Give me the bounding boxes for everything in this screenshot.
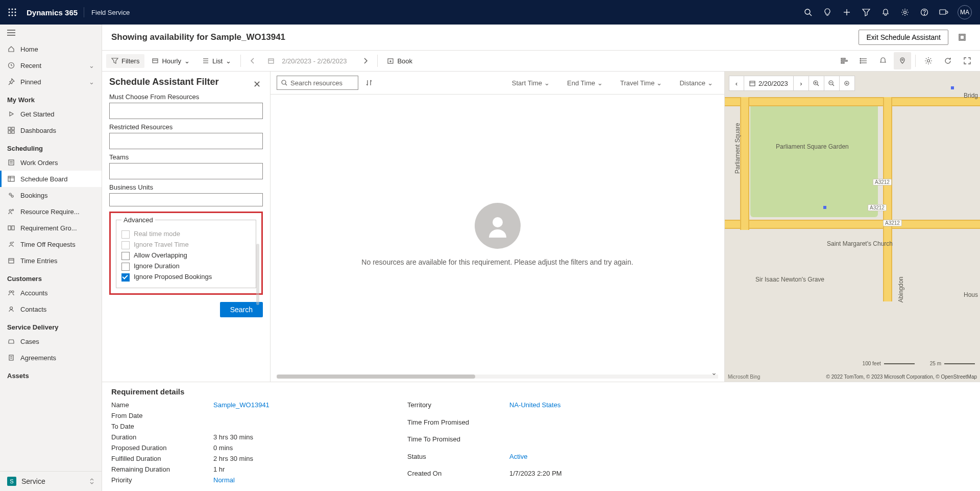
nav-recent[interactable]: Recent⌄	[0, 57, 102, 74]
filter-icon[interactable]	[856, 0, 876, 25]
label-allowoverlap: Allow Overlapping	[134, 251, 187, 259]
expand-icon[interactable]	[953, 34, 971, 41]
req-value: 1/7/2023 2:20 PM	[509, 470, 663, 484]
advanced-scrollbar[interactable]	[256, 244, 259, 305]
req-status-link[interactable]: Active	[509, 453, 663, 467]
nav-scheduleboard[interactable]: Schedule Board	[0, 171, 102, 187]
agreements-icon	[7, 354, 15, 362]
nav-label: Agreements	[20, 354, 56, 362]
map-locate[interactable]	[840, 76, 855, 91]
page-title: Showing availability for Sample_WO13941	[111, 32, 285, 42]
col-distance[interactable]: Distance ⌄	[674, 79, 718, 87]
gear-icon[interactable]	[895, 0, 915, 25]
checkbox-allowoverlap[interactable]	[121, 252, 130, 260]
map-bing-label: Microsoft Bing	[728, 374, 760, 380]
map-label-bridg: Bridg	[964, 92, 978, 99]
tb-map-icon[interactable]	[894, 52, 911, 69]
tb-refresh-icon[interactable]	[939, 52, 957, 69]
app-launcher-icon[interactable]	[4, 8, 20, 16]
input-must-choose[interactable]	[109, 103, 263, 119]
nav-accounts[interactable]: Accounts	[0, 285, 102, 301]
nav-timeoff[interactable]: Time Off Requests	[0, 236, 102, 252]
map-next-day[interactable]: ›	[794, 76, 809, 91]
col-travel-time[interactable]: Travel Time ⌄	[615, 79, 667, 87]
hamburger-icon[interactable]	[0, 25, 102, 41]
checkbox-ignoredur[interactable]	[121, 263, 130, 271]
user-avatar[interactable]: MA	[958, 5, 972, 19]
assistant-icon[interactable]	[934, 0, 953, 25]
req-name-link[interactable]: Sample_WO13941	[213, 401, 366, 409]
tb-bell-icon[interactable]	[874, 52, 892, 69]
nav-pinned[interactable]: Pinned⌄	[0, 74, 102, 90]
nav-label: Pinned	[20, 78, 41, 86]
map-prev-day[interactable]: ‹	[729, 76, 744, 91]
nav-agreements[interactable]: Agreements	[0, 349, 102, 366]
module-label[interactable]: Field Service	[84, 9, 137, 16]
hourly-dropdown[interactable]: Hourly⌄	[146, 54, 195, 68]
search-icon[interactable]	[798, 0, 818, 25]
exit-schedule-assistant-button[interactable]: Exit Schedule Assistant	[859, 30, 948, 45]
help-icon[interactable]	[915, 0, 934, 25]
svg-point-2	[15, 9, 16, 10]
sort-icon[interactable]	[365, 79, 373, 86]
nav-reqgroups[interactable]: Requirement Gro...	[0, 220, 102, 236]
nav-workorders[interactable]: Work Orders	[0, 154, 102, 171]
list-dropdown[interactable]: List⌄	[197, 54, 236, 68]
play-icon	[7, 110, 15, 118]
req-territory-link[interactable]: NA-United States	[509, 401, 663, 415]
book-button[interactable]: Book	[382, 54, 418, 68]
col-start-time[interactable]: Start Time ⌄	[507, 79, 555, 87]
prev-week-button[interactable]	[245, 55, 260, 67]
tb-gantt-icon[interactable]	[836, 52, 853, 69]
bell-icon[interactable]	[876, 0, 895, 25]
svg-rect-45	[9, 355, 13, 360]
nav-home[interactable]: Home	[0, 41, 102, 57]
search-resources-input[interactable]: Search resources	[277, 76, 358, 90]
col-end-time[interactable]: End Time ⌄	[562, 79, 608, 87]
home-icon	[7, 45, 15, 53]
map-pin-icon	[822, 204, 828, 211]
nav-contacts[interactable]: Contacts	[0, 301, 102, 317]
input-restricted[interactable]	[109, 133, 263, 149]
svg-point-42	[9, 291, 11, 293]
map-date-picker[interactable]: 2/20/2023	[744, 76, 794, 91]
nav-resourcereq[interactable]: Resource Require...	[0, 203, 102, 220]
label-teams: Teams	[109, 153, 263, 161]
input-bu[interactable]	[109, 193, 263, 206]
nav-bookings[interactable]: Bookings	[0, 187, 102, 203]
nav-getstarted[interactable]: Get Started	[0, 106, 102, 122]
tb-list-icon[interactable]	[855, 52, 872, 69]
req-label: From Date	[111, 412, 213, 419]
map-zoom-in[interactable]	[809, 76, 824, 91]
results-collapse-icon[interactable]: ⌄	[711, 368, 717, 377]
plus-icon[interactable]	[837, 0, 856, 25]
tb-label: List	[212, 57, 223, 65]
req-priority-link[interactable]: Normal	[213, 476, 366, 484]
svg-point-32	[9, 193, 11, 195]
close-filter-icon[interactable]: ✕	[251, 77, 263, 92]
results-hscroll[interactable]	[277, 375, 718, 379]
svg-line-34	[11, 195, 12, 196]
map-panel[interactable]: ‹ 2/20/2023 › Parliament Square Parliame…	[725, 72, 980, 382]
checkbox-ignoreprop[interactable]	[121, 273, 130, 282]
map-zoom-out[interactable]	[824, 76, 840, 91]
svg-rect-23	[12, 127, 14, 130]
svg-rect-25	[12, 131, 14, 133]
lightbulb-icon[interactable]	[818, 0, 837, 25]
next-week-button[interactable]	[358, 55, 373, 67]
nav-cases[interactable]: Cases	[0, 333, 102, 349]
nav-label: Work Orders	[20, 159, 58, 167]
tb-gear-icon[interactable]	[920, 52, 937, 69]
map-label-garden: Parliament Square Garden	[776, 143, 849, 150]
date-range-picker[interactable]: 2/20/2023 - 2/26/2023	[262, 54, 356, 68]
tb-fullscreen-icon[interactable]	[959, 52, 976, 69]
filters-button[interactable]: Filters	[106, 54, 144, 68]
req-label: To Date	[111, 423, 213, 430]
brand-label[interactable]: Dynamics 365	[20, 8, 84, 17]
nav-timeentries[interactable]: Time Entries	[0, 252, 102, 269]
nav-dashboards[interactable]: Dashboards	[0, 122, 102, 138]
input-teams[interactable]	[109, 163, 263, 179]
label-bu: Business Units	[109, 183, 263, 191]
nav-label: Requirement Gro...	[20, 224, 77, 232]
app-switcher[interactable]: S Service	[0, 471, 102, 491]
